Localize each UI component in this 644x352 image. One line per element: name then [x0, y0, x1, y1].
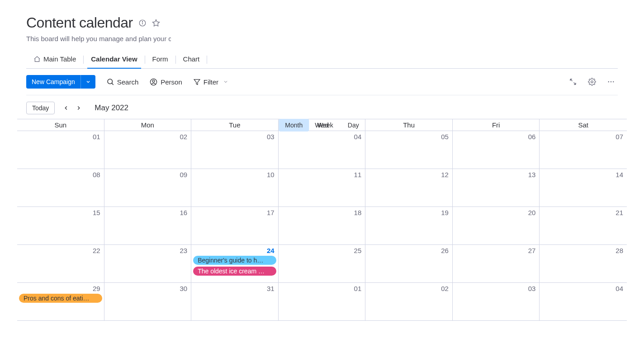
svg-point-12: [613, 81, 614, 82]
svg-marker-3: [152, 19, 159, 26]
calendar-cell[interactable]: 22: [17, 245, 104, 282]
date-number: 13: [528, 171, 536, 178]
calendar-cell[interactable]: 20: [453, 207, 540, 244]
date-number: 01: [93, 133, 100, 141]
calendar-cell[interactable]: 28: [540, 245, 627, 282]
person-button[interactable]: Person: [149, 78, 182, 86]
star-icon[interactable]: [152, 19, 160, 27]
prev-month-button[interactable]: [63, 105, 69, 111]
calendar-week: 08091011121314: [17, 169, 627, 207]
calendar-cell[interactable]: 04: [279, 131, 366, 169]
calendar-cell[interactable]: 04: [540, 283, 627, 320]
calendar-cell[interactable]: 03: [453, 283, 540, 320]
new-campaign-label: New Campaign: [26, 75, 80, 89]
calendar-cell[interactable]: 21: [540, 207, 627, 244]
chevron-down-icon: [223, 79, 228, 84]
view-option-day[interactable]: Day: [341, 119, 365, 131]
calendar-cell[interactable]: 25: [279, 245, 366, 282]
current-month-label: May 2022: [95, 103, 128, 113]
calendar-cell[interactable]: 02: [104, 131, 192, 169]
calendar-cell[interactable]: 29Pros and cons of eati…: [17, 283, 104, 320]
date-number: 25: [354, 247, 362, 254]
calendar-cell[interactable]: 14: [540, 169, 627, 207]
filter-button[interactable]: Filter: [193, 78, 228, 86]
calendar-cell[interactable]: 19: [365, 207, 453, 244]
date-number: 26: [441, 247, 449, 254]
calendar-cell[interactable]: 01: [279, 283, 366, 320]
calendar-event[interactable]: Pros and cons of eati…: [19, 294, 102, 303]
date-number: 15: [93, 209, 100, 216]
info-icon[interactable]: [138, 19, 147, 27]
next-month-button[interactable]: [76, 105, 82, 111]
tab-form[interactable]: Form: [145, 51, 175, 68]
calendar-cell[interactable]: 05: [365, 131, 453, 169]
expand-icon[interactable]: [569, 78, 577, 86]
calendar-cell[interactable]: 09: [104, 169, 192, 207]
tab-main-table[interactable]: Main Table: [26, 51, 83, 68]
date-number: 27: [528, 247, 536, 254]
calendar-cell[interactable]: 16: [104, 207, 192, 244]
day-header: Thu: [365, 119, 453, 131]
calendar-event[interactable]: Beginner's guide to h…: [193, 256, 276, 265]
date-number: 31: [267, 285, 275, 292]
day-header: Sun: [17, 119, 104, 131]
calendar-cell[interactable]: 11: [279, 169, 366, 207]
calendar-week: 222324Beginner's guide to h…The oldest i…: [17, 245, 627, 283]
calendar-cell[interactable]: 27: [453, 245, 540, 282]
date-number: 03: [528, 285, 536, 292]
date-number: 07: [616, 133, 623, 141]
calendar-cell[interactable]: 17: [191, 207, 279, 244]
person-label: Person: [161, 78, 182, 86]
more-icon[interactable]: [607, 78, 615, 86]
date-number: 08: [93, 171, 100, 178]
svg-point-4: [108, 79, 113, 84]
view-option-month[interactable]: Month: [279, 119, 309, 131]
search-label: Search: [117, 78, 139, 86]
person-icon: [149, 78, 158, 86]
calendar-cell[interactable]: 12: [365, 169, 453, 207]
date-number: 06: [528, 133, 536, 141]
search-icon: [106, 78, 114, 86]
calendar-cell[interactable]: 15: [17, 207, 104, 244]
date-number: 02: [441, 285, 449, 292]
calendar-cell[interactable]: 07: [540, 131, 627, 169]
date-number: 28: [616, 247, 623, 254]
tab-calendar-view[interactable]: Calendar View: [84, 51, 144, 68]
page-subtitle: This board will help you manage and plan…: [26, 35, 171, 42]
calendar-cell[interactable]: 03: [191, 131, 279, 169]
calendar-event[interactable]: The oldest ice cream …: [193, 267, 276, 276]
view-option-week[interactable]: Week: [311, 119, 340, 131]
date-number: 14: [616, 171, 623, 178]
calendar-cell[interactable]: 26: [365, 245, 453, 282]
date-number: 04: [616, 285, 623, 292]
calendar-cell[interactable]: 24Beginner's guide to h…The oldest ice c…: [191, 245, 279, 282]
date-number: 19: [441, 209, 449, 216]
calendar-cell[interactable]: 13: [453, 169, 540, 207]
calendar-cell[interactable]: 08: [17, 169, 104, 207]
calendar-cell[interactable]: 02: [365, 283, 453, 320]
search-button[interactable]: Search: [106, 78, 139, 86]
date-number: 30: [180, 285, 187, 292]
calendar-cell[interactable]: 10: [191, 169, 279, 207]
date-number: 23: [180, 247, 187, 254]
tab-chart[interactable]: Chart: [176, 51, 207, 68]
calendar-cell[interactable]: 18: [279, 207, 366, 244]
calendar-cell[interactable]: 30: [104, 283, 192, 320]
svg-line-5: [112, 83, 114, 85]
date-number: 24: [267, 247, 275, 254]
calendar-cell[interactable]: 01: [17, 131, 104, 169]
tab-label: Main Table: [43, 55, 76, 63]
svg-point-7: [152, 80, 155, 82]
date-number: 02: [180, 133, 187, 141]
new-campaign-caret[interactable]: [80, 75, 95, 89]
date-number: 21: [616, 209, 623, 216]
new-campaign-button[interactable]: New Campaign: [26, 75, 95, 89]
calendar-cell[interactable]: 06: [453, 131, 540, 169]
date-number: 04: [354, 133, 362, 141]
gear-icon[interactable]: [588, 78, 596, 86]
today-button[interactable]: Today: [26, 102, 55, 114]
calendar-cell[interactable]: 31: [191, 283, 279, 320]
calendar-week: 29Pros and cons of eati…303101020304: [17, 283, 627, 321]
calendar-cell[interactable]: 23: [104, 245, 192, 282]
date-number: 11: [354, 171, 362, 178]
